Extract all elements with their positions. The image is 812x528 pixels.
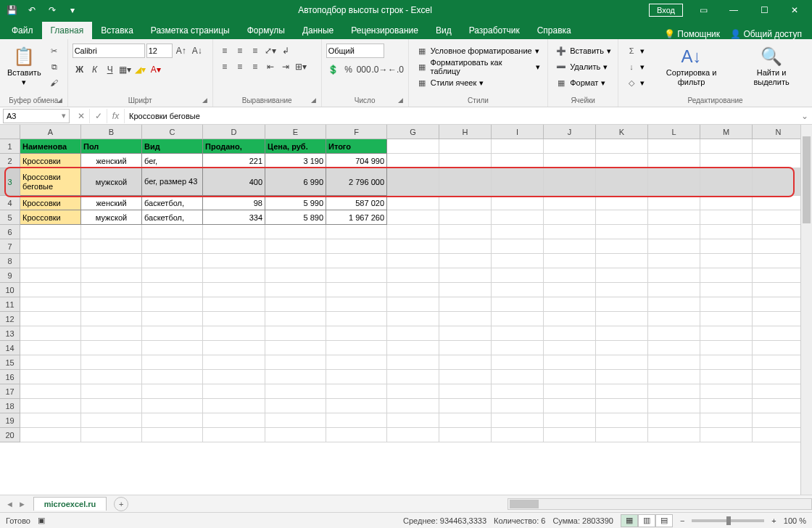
cell[interactable] [326, 312, 387, 326]
cell[interactable] [81, 341, 142, 355]
cell[interactable] [492, 312, 544, 326]
tab-insert[interactable]: Вставка [92, 22, 142, 39]
cell[interactable] [265, 399, 326, 413]
cell[interactable] [492, 428, 544, 442]
cell[interactable] [596, 154, 648, 168]
cell[interactable] [265, 254, 326, 268]
cell[interactable] [700, 225, 753, 239]
zoom-level[interactable]: 100 % [784, 516, 806, 525]
cell[interactable] [20, 283, 81, 297]
cell[interactable] [142, 384, 203, 399]
cell[interactable] [492, 297, 544, 312]
cell[interactable] [700, 254, 753, 268]
cell[interactable] [439, 254, 492, 268]
cell[interactable] [700, 268, 753, 283]
cell[interactable] [142, 268, 203, 283]
cell[interactable] [492, 355, 544, 370]
number-launcher-icon[interactable]: ◢ [398, 96, 407, 105]
cell[interactable] [648, 370, 700, 384]
cell[interactable] [81, 428, 142, 442]
cell[interactable] [544, 225, 596, 239]
cell[interactable] [700, 413, 753, 428]
cell[interactable] [326, 370, 387, 384]
cell-total[interactable]: 2 796 000 [326, 168, 387, 196]
cell[interactable] [265, 355, 326, 370]
cut-button[interactable]: ✂ [46, 44, 63, 58]
vertical-scrollbar[interactable] [800, 125, 812, 495]
cell[interactable] [81, 399, 142, 413]
column-header-I[interactable]: I [492, 125, 544, 139]
column-header-F[interactable]: F [326, 125, 387, 139]
borders-button[interactable]: ▦▾ [118, 62, 133, 77]
maximize-icon[interactable]: ☐ [750, 0, 779, 20]
cell[interactable] [544, 370, 596, 384]
cell[interactable] [753, 139, 805, 154]
cell[interactable] [326, 384, 387, 399]
cell-sold[interactable]: 221 [203, 154, 265, 168]
column-header-E[interactable]: E [265, 125, 326, 139]
cell[interactable] [648, 341, 700, 355]
add-sheet-button[interactable]: + [114, 497, 128, 511]
cell-total[interactable]: 587 020 [326, 196, 387, 210]
cell[interactable] [596, 399, 648, 413]
tab-data[interactable]: Данные [294, 22, 342, 39]
cell[interactable] [203, 384, 265, 399]
cell[interactable] [326, 413, 387, 428]
cell[interactable] [203, 239, 265, 254]
cell[interactable] [265, 297, 326, 312]
cell[interactable] [700, 428, 753, 442]
cell[interactable] [492, 254, 544, 268]
row-header-5[interactable]: 5 [0, 210, 20, 225]
row-header-1[interactable]: 1 [0, 139, 20, 154]
cell[interactable] [753, 384, 805, 399]
cell[interactable] [387, 355, 439, 370]
cell[interactable] [753, 283, 805, 297]
merge-icon[interactable]: ⊞▾ [294, 59, 308, 74]
cell[interactable] [544, 355, 596, 370]
shrink-font-icon[interactable]: A↓ [190, 44, 204, 58]
tab-review[interactable]: Рецензирование [342, 22, 427, 39]
cell[interactable] [387, 283, 439, 297]
fill-color-button[interactable]: ◢▾ [133, 62, 148, 77]
align-center-icon[interactable]: ≡ [233, 59, 247, 74]
cell[interactable] [142, 341, 203, 355]
header-cell[interactable]: Наименова [20, 139, 81, 154]
signin-button[interactable]: Вход [649, 4, 683, 17]
horizontal-scrollbar[interactable] [508, 498, 812, 510]
cell[interactable] [700, 283, 753, 297]
cell[interactable] [753, 239, 805, 254]
cell-price[interactable]: 5 890 [265, 210, 326, 225]
tellme-button[interactable]: 💡 Помощник [664, 29, 720, 39]
cell[interactable] [81, 268, 142, 283]
cell[interactable] [648, 139, 700, 154]
cell[interactable] [203, 254, 265, 268]
cell[interactable] [753, 168, 805, 196]
cell[interactable] [648, 254, 700, 268]
column-header-N[interactable]: N [753, 125, 805, 139]
cell[interactable] [596, 370, 648, 384]
cell[interactable] [439, 168, 492, 196]
row-header-20[interactable]: 20 [0, 428, 20, 442]
cell[interactable] [596, 196, 648, 210]
cell[interactable] [326, 355, 387, 370]
cell-gender[interactable]: мужской [81, 210, 142, 225]
cell[interactable] [753, 225, 805, 239]
row-header-17[interactable]: 17 [0, 384, 20, 399]
italic-button[interactable]: К [88, 62, 102, 77]
cell[interactable] [326, 297, 387, 312]
cell[interactable] [265, 283, 326, 297]
cell[interactable] [387, 399, 439, 413]
cell[interactable] [203, 312, 265, 326]
cell[interactable] [700, 384, 753, 399]
cell[interactable] [544, 239, 596, 254]
cell[interactable] [492, 283, 544, 297]
sort-filter-button[interactable]: A↓ Сортировка и фильтр [649, 44, 734, 88]
cell-type[interactable]: баскетбол, [142, 210, 203, 225]
cell[interactable] [326, 268, 387, 283]
cell[interactable] [439, 196, 492, 210]
cell[interactable] [265, 413, 326, 428]
cell[interactable] [544, 326, 596, 341]
cell[interactable] [81, 326, 142, 341]
cell[interactable] [439, 283, 492, 297]
cell-name[interactable]: Кроссовки [20, 210, 81, 225]
